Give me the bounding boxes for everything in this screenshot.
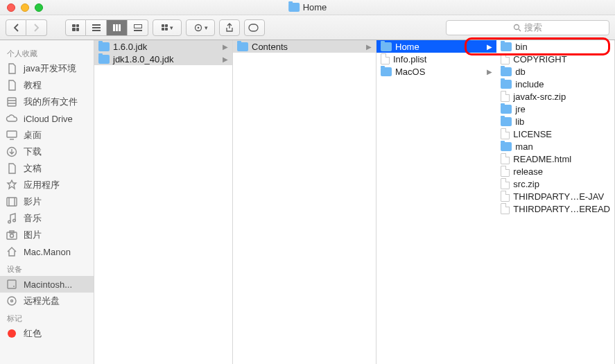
file-row[interactable]: THIRDPARTY…EREAD bbox=[496, 202, 614, 215]
doc-icon bbox=[6, 62, 18, 75]
sidebar-item[interactable]: 下载 bbox=[0, 144, 94, 160]
document-icon bbox=[501, 128, 510, 139]
svg-point-15 bbox=[13, 286, 15, 287]
sidebar-item[interactable]: 教程 bbox=[0, 77, 94, 94]
back-button[interactable] bbox=[6, 19, 26, 36]
forward-button[interactable] bbox=[26, 19, 47, 36]
file-row[interactable]: THIRDPARTY…E-JAV bbox=[496, 190, 614, 202]
file-row[interactable]: man bbox=[496, 140, 614, 153]
folder-icon bbox=[501, 105, 512, 114]
view-icons-button[interactable] bbox=[65, 19, 86, 36]
svg-rect-14 bbox=[8, 280, 16, 288]
file-label: MacOS bbox=[395, 67, 425, 77]
document-icon bbox=[501, 178, 510, 189]
sidebar-item-label: 影片 bbox=[24, 196, 42, 208]
view-list-button[interactable] bbox=[86, 19, 107, 36]
file-row[interactable]: jre bbox=[496, 103, 614, 115]
sidebar-item[interactable]: 我的所有文件 bbox=[0, 94, 94, 110]
folder-icon bbox=[501, 80, 512, 89]
file-row[interactable]: Contents▶ bbox=[233, 40, 376, 53]
file-row[interactable]: bin bbox=[496, 40, 614, 53]
sidebar-item[interactable]: 音乐 bbox=[0, 210, 94, 227]
svg-point-12 bbox=[10, 234, 14, 238]
arrange-group: ▾ bbox=[153, 19, 182, 36]
folder-icon bbox=[381, 67, 392, 76]
sidebar-item-label: 图片 bbox=[24, 229, 42, 241]
file-row[interactable]: COPYRIGHT bbox=[496, 53, 614, 65]
file-row[interactable]: javafx-src.zip bbox=[496, 90, 614, 103]
file-label: src.zip bbox=[513, 179, 539, 189]
file-row[interactable]: 1.6.0.jdk▶ bbox=[94, 40, 232, 53]
doc-icon bbox=[6, 162, 18, 175]
file-label: Contents bbox=[252, 42, 288, 52]
photo-icon bbox=[6, 229, 18, 241]
sidebar-item[interactable]: 文稿 bbox=[0, 160, 94, 177]
sidebar-item[interactable]: java开发环境 bbox=[0, 60, 94, 77]
file-label: db bbox=[515, 67, 525, 77]
sidebar-header: 个人收藏 bbox=[0, 44, 94, 60]
all-icon bbox=[6, 96, 18, 108]
file-label: release bbox=[513, 166, 543, 177]
file-row[interactable]: include bbox=[496, 78, 614, 90]
sidebar-item[interactable]: Mac.Manon bbox=[0, 243, 94, 260]
search-input[interactable]: 搜索 bbox=[446, 20, 609, 35]
sidebar-item-label: java开发环境 bbox=[24, 62, 76, 75]
sidebar-item-label: Macintosh... bbox=[24, 279, 72, 290]
sidebar-item-label: 我的所有文件 bbox=[24, 96, 78, 108]
sidebar: 个人收藏java开发环境教程我的所有文件iCloud Drive桌面下载文稿应用… bbox=[0, 40, 94, 364]
sidebar-item-label: 教程 bbox=[24, 79, 42, 92]
disk-icon bbox=[6, 278, 18, 291]
file-row[interactable]: jdk1.8.0_40.jdk▶ bbox=[94, 53, 232, 65]
tags-button[interactable] bbox=[244, 19, 265, 36]
maximize-button[interactable] bbox=[35, 3, 43, 12]
column: binCOPYRIGHTdbincludejavafx-src.zipjreli… bbox=[496, 40, 615, 364]
close-button[interactable] bbox=[7, 3, 15, 12]
file-row[interactable]: MacOS▶ bbox=[376, 65, 496, 78]
file-row[interactable]: src.zip bbox=[496, 177, 614, 190]
arrange-button[interactable]: ▾ bbox=[153, 19, 182, 36]
sidebar-item-label: 音乐 bbox=[24, 212, 42, 225]
sidebar-item[interactable]: 影片 bbox=[0, 193, 94, 210]
file-label: include bbox=[515, 79, 544, 89]
sidebar-item[interactable]: iCloud Drive bbox=[0, 110, 94, 127]
window-title: Home bbox=[288, 2, 327, 12]
sidebar-header: 设备 bbox=[0, 260, 94, 276]
view-gallery-button[interactable] bbox=[128, 19, 148, 36]
svg-point-3 bbox=[514, 24, 519, 29]
document-icon bbox=[501, 191, 510, 202]
file-row[interactable]: LICENSE bbox=[496, 128, 614, 140]
sidebar-item[interactable]: 应用程序 bbox=[0, 177, 94, 193]
file-row[interactable]: Home▶ bbox=[376, 40, 496, 53]
file-row[interactable]: lib bbox=[496, 115, 614, 128]
sidebar-item[interactable]: 红色 bbox=[0, 325, 94, 342]
chevron-right-icon: ▶ bbox=[487, 43, 492, 51]
folder-icon bbox=[381, 42, 392, 51]
minimize-button[interactable] bbox=[21, 3, 29, 12]
file-row[interactable]: release bbox=[496, 165, 614, 177]
toolbar: ▾ ▾ 搜索 bbox=[0, 15, 615, 40]
chevron-right-icon: ▶ bbox=[223, 43, 228, 51]
action-button[interactable]: ▾ bbox=[186, 19, 215, 36]
search-placeholder: 搜索 bbox=[524, 21, 542, 34]
folder-icon bbox=[501, 42, 512, 51]
sidebar-item[interactable]: 远程光盘 bbox=[0, 293, 94, 309]
file-row[interactable]: README.html bbox=[496, 153, 614, 165]
sidebar-item[interactable]: Macintosh... bbox=[0, 276, 94, 293]
file-row[interactable]: db bbox=[496, 65, 614, 78]
file-label: javafx-src.zip bbox=[513, 92, 566, 102]
folder-icon bbox=[288, 3, 300, 12]
column: Home▶Info.plistMacOS▶ bbox=[376, 40, 496, 364]
svg-point-17 bbox=[11, 300, 13, 302]
view-mode-buttons bbox=[65, 19, 148, 36]
document-icon bbox=[501, 203, 510, 214]
cloud-icon bbox=[6, 112, 18, 125]
sidebar-item-label: 下载 bbox=[24, 146, 42, 158]
view-columns-button[interactable] bbox=[107, 19, 128, 36]
file-label: man bbox=[515, 141, 532, 152]
file-row[interactable]: Info.plist bbox=[376, 53, 496, 65]
sidebar-item[interactable]: 桌面 bbox=[0, 127, 94, 144]
file-label: Home bbox=[395, 42, 419, 52]
sidebar-item[interactable]: 图片 bbox=[0, 227, 94, 243]
sidebar-item-label: 桌面 bbox=[24, 129, 42, 141]
share-button[interactable] bbox=[219, 19, 240, 36]
